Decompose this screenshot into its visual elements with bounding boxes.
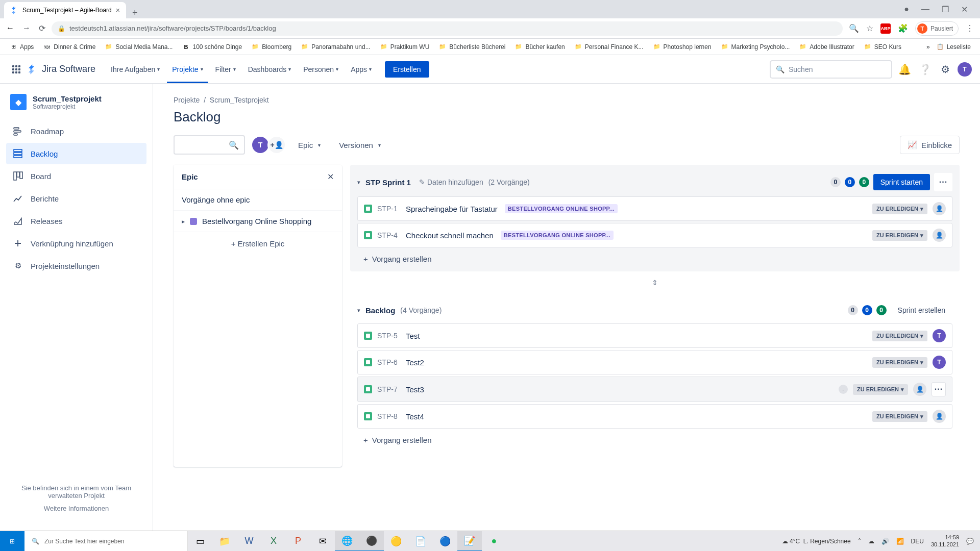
epic-no-epic[interactable]: Vorgänge ohne epic: [174, 189, 342, 210]
sidebar-item-settings[interactable]: ⚙ Projekteinstellungen: [6, 255, 146, 277]
app-switcher-icon[interactable]: [8, 61, 24, 78]
issue-row[interactable]: STP-7 Test3 - ZU ERLEDIGEN ▾ 👤 ···: [357, 377, 952, 402]
epic-filter[interactable]: Epic▾: [292, 137, 327, 154]
add-dates-link[interactable]: ✎Daten hinzufügen: [419, 178, 483, 186]
word-icon[interactable]: W: [237, 531, 261, 552]
app-icon[interactable]: 📄: [408, 531, 433, 552]
chevron-right-icon[interactable]: ▸: [182, 218, 185, 225]
maximize-icon[interactable]: ❐: [942, 5, 949, 14]
epic-tag[interactable]: BESTELLVORGANG ONLINE SHOPP...: [501, 231, 614, 240]
close-window-icon[interactable]: ✕: [961, 5, 968, 14]
onedrive-icon[interactable]: ☁: [868, 538, 874, 545]
status-dropdown[interactable]: ZU ERLEDIGEN ▾: [853, 384, 908, 395]
issue-row[interactable]: STP-6 Test2 ZU ERLEDIGEN ▾ T: [357, 350, 952, 374]
status-dropdown[interactable]: ZU ERLEDIGEN ▾: [872, 411, 927, 422]
forward-icon[interactable]: →: [22, 23, 31, 33]
assignee-avatar[interactable]: 👤: [933, 229, 946, 242]
insights-button[interactable]: 📈Einblicke: [900, 136, 960, 154]
sprint-more-button[interactable]: ···: [934, 173, 952, 191]
sidebar-footer-link[interactable]: Weitere Informationen: [14, 505, 138, 512]
bookmark-item[interactable]: B100 schöne Dinge: [179, 41, 245, 53]
bookmark-star-icon[interactable]: ☆: [866, 23, 873, 33]
reload-icon[interactable]: ⟳: [39, 23, 45, 33]
tab-close-icon[interactable]: ×: [116, 6, 120, 14]
notifications-icon[interactable]: 💬: [966, 538, 974, 545]
nav-filters[interactable]: Filter▾: [210, 61, 241, 78]
app-icon[interactable]: 🟡: [384, 531, 408, 552]
explorer-icon[interactable]: 📁: [212, 531, 237, 552]
sidebar-item-reports[interactable]: Berichte: [6, 188, 146, 209]
create-issue-button[interactable]: +Vorgang erstellen: [357, 249, 952, 268]
status-dropdown[interactable]: ZU ERLEDIGEN ▾: [872, 204, 927, 214]
assignee-avatar[interactable]: 👤: [913, 383, 926, 396]
account-dot-icon[interactable]: ●: [904, 5, 909, 14]
bookmark-item[interactable]: 📁Panoramabahn und...: [298, 41, 373, 53]
issue-row[interactable]: STP-8 Test4 ZU ERLEDIGEN ▾ 👤: [357, 404, 952, 429]
collapse-icon[interactable]: ▾: [357, 179, 360, 186]
profile-chip[interactable]: T Pausiert: [915, 21, 959, 36]
windows-search[interactable]: 🔍 Zur Suche Text hier eingeben: [24, 531, 188, 552]
issue-row[interactable]: STP-1 Spracheingabe für Tastatur BESTELL…: [357, 196, 952, 221]
sidebar-item-backlog[interactable]: Backlog: [6, 143, 146, 164]
breadcrumb-projects[interactable]: Projekte: [174, 96, 200, 104]
bookmark-item[interactable]: 📁Social Media Mana...: [102, 41, 176, 53]
back-icon[interactable]: ←: [6, 23, 14, 33]
reading-list[interactable]: 📋Leseliste: [933, 41, 974, 53]
bookmark-item[interactable]: 📁Bücher kaufen: [511, 41, 568, 53]
status-dropdown[interactable]: ZU ERLEDIGEN ▾: [872, 357, 927, 368]
jira-logo[interactable]: Jira Software: [27, 63, 95, 76]
assignee-avatar[interactable]: T: [933, 356, 946, 369]
url-bar[interactable]: 🔒 testdeutsch1.atlassian.net/jira/softwa…: [52, 21, 843, 36]
issue-row[interactable]: STP-5 Test ZU ERLEDIGEN ▾ T: [357, 323, 952, 348]
assignee-avatar[interactable]: 👤: [933, 410, 946, 423]
minimize-icon[interactable]: —: [921, 5, 929, 14]
create-button[interactable]: Erstellen: [385, 61, 429, 78]
sidebar-item-add-link[interactable]: Verknüpfung hinzufügen: [6, 233, 146, 254]
bookmarks-overflow[interactable]: »: [926, 43, 930, 51]
story-points[interactable]: -: [839, 385, 848, 394]
zoom-icon[interactable]: 🔍: [849, 23, 859, 33]
obs-icon[interactable]: ⚫: [359, 531, 384, 552]
start-sprint-button[interactable]: Sprint starten: [873, 174, 930, 190]
issue-more-button[interactable]: ···: [932, 382, 946, 396]
project-header[interactable]: ◆ Scrum_Testprojekt Softwareprojekt: [6, 94, 146, 120]
issue-row[interactable]: STP-4 Checkout schnell machen BESTELLVOR…: [357, 223, 952, 247]
weather-widget[interactable]: ☁ 4°C L. Regen/Schnee: [782, 538, 851, 545]
browser-menu-icon[interactable]: ⋮: [966, 23, 974, 33]
clock[interactable]: 14:59 30.11.2021: [931, 534, 959, 547]
settings-icon[interactable]: ⚙: [937, 61, 953, 78]
create-sprint-button[interactable]: Sprint erstellen: [891, 302, 952, 318]
chrome-icon[interactable]: 🌐: [335, 531, 359, 552]
epic-panel-close-icon[interactable]: ✕: [327, 172, 334, 182]
nav-people[interactable]: Personen▾: [298, 61, 344, 78]
adblock-icon[interactable]: ABP: [880, 23, 891, 34]
epic-item[interactable]: ▸ Bestellvorgang Online Shopping: [174, 210, 342, 232]
new-tab-button[interactable]: +: [126, 8, 144, 18]
browser-tab[interactable]: Scrum_Testprojekt – Agile-Board ×: [4, 2, 126, 18]
language-indicator[interactable]: DEU: [911, 538, 924, 545]
excel-icon[interactable]: X: [261, 531, 286, 552]
bookmark-item[interactable]: 📁Praktikum WU: [377, 41, 433, 53]
sidebar-item-board[interactable]: Board: [6, 165, 146, 187]
start-button[interactable]: ⊞: [0, 531, 24, 552]
nav-apps[interactable]: Apps▾: [346, 61, 377, 78]
board-search-input[interactable]: 🔍: [174, 135, 245, 155]
nav-your-work[interactable]: Ihre Aufgaben▾: [106, 61, 165, 78]
sidebar-item-roadmap[interactable]: Roadmap: [6, 120, 146, 142]
wifi-icon[interactable]: 📶: [896, 538, 904, 545]
add-people-button[interactable]: +👤: [267, 136, 286, 154]
bookmark-item[interactable]: 🍽Dinner & Crime: [40, 41, 99, 53]
versions-filter[interactable]: Versionen▾: [333, 137, 387, 154]
notifications-icon[interactable]: 🔔: [896, 61, 913, 78]
create-epic-button[interactable]: + Erstellen Epic: [174, 232, 342, 255]
task-view-icon[interactable]: ▭: [188, 531, 212, 552]
nav-dashboards[interactable]: Dashboards▾: [243, 61, 297, 78]
status-dropdown[interactable]: ZU ERLEDIGEN ▾: [872, 331, 927, 341]
resize-handle[interactable]: ⇕: [350, 279, 960, 287]
status-dropdown[interactable]: ZU ERLEDIGEN ▾: [872, 230, 927, 241]
edge-icon[interactable]: 🔵: [433, 531, 457, 552]
bookmark-apps[interactable]: ⊞Apps: [6, 41, 37, 53]
mail-icon[interactable]: ✉: [310, 531, 335, 552]
powerpoint-icon[interactable]: P: [286, 531, 310, 552]
bookmark-item[interactable]: 📁Photoshop lernen: [650, 41, 715, 53]
